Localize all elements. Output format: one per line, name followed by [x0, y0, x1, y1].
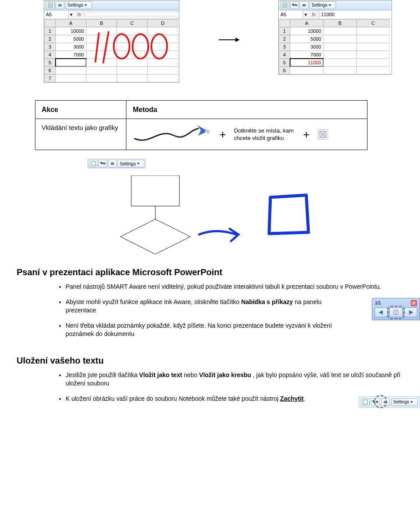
chevron-down-icon	[329, 4, 331, 6]
table-cell-method: + Dotkněte se místa, kam chcete vložit g…	[126, 119, 368, 150]
aware-toolbar-left: Settings	[44, 0, 179, 10]
row-header: 6	[279, 66, 290, 74]
settings-button[interactable]: Settings	[391, 398, 418, 406]
settings-button[interactable]: Settings	[65, 1, 92, 9]
cell[interactable]: 5000	[56, 35, 86, 43]
col-header: C	[357, 19, 390, 27]
fx-label: fx	[308, 11, 319, 18]
row-header: 6	[44, 66, 56, 74]
capture-button[interactable]	[381, 398, 390, 406]
row-header: 4	[44, 51, 56, 59]
formula-bar: A5 ▾ fx	[44, 10, 179, 19]
bullet-item: Panel nástrojů SMART Aware není viditeln…	[66, 283, 402, 291]
toolbar-button[interactable]	[46, 1, 55, 9]
toolbar-button[interactable]: ✎N	[290, 1, 299, 9]
col-header: A	[56, 19, 86, 27]
col-header: B	[323, 19, 357, 27]
cell-grid[interactable]: A B C 110000 25000 33000 47000 511000 6	[279, 19, 392, 74]
svg-rect-8	[205, 129, 210, 134]
toolbar-button[interactable]	[89, 160, 98, 168]
chevron-down-icon	[137, 163, 140, 164]
toolbar-button[interactable]: ✎N	[98, 160, 107, 168]
section-title-save: Uložení vašeho textu	[17, 355, 420, 367]
settings-button[interactable]: Settings	[309, 1, 336, 9]
flowchart-shapes	[114, 175, 245, 254]
toolbar-button[interactable]	[108, 160, 117, 168]
toolbar-button[interactable]	[280, 1, 289, 9]
svg-rect-22	[384, 401, 387, 403]
fx-label: fx	[74, 11, 84, 18]
menu-button[interactable]	[389, 308, 402, 317]
cell[interactable]: 5000	[290, 35, 323, 43]
row-header: 5	[44, 59, 56, 66]
plus-icon: +	[219, 127, 226, 142]
row-header: 4	[279, 51, 290, 59]
bullet-item: Jestliže jste použili tlačítka Vložit ja…	[66, 371, 402, 388]
toolbar-button[interactable]	[56, 1, 64, 9]
row-header: 2	[44, 35, 56, 43]
toolbar-button[interactable]	[361, 398, 370, 406]
bullet-list: K uložení obrázku vaší práce do souboru …	[48, 395, 352, 410]
bullet-item: Abyste mohli využít funkce aplikace Ink …	[66, 298, 346, 315]
formula-bar: A5 ▾ fx 11000	[279, 10, 392, 19]
slideshow-toolbar: 1/1 ✕	[372, 298, 420, 320]
table-header-method: Metoda	[126, 100, 368, 119]
bullet-item: K uložení obrázku vaší práce do souboru …	[66, 395, 352, 403]
svg-rect-11	[111, 162, 114, 165]
cell[interactable]: 10000	[56, 27, 86, 35]
bullet-list: Panel nástrojů SMART Aware není viditeln…	[48, 283, 402, 291]
selected-cell[interactable]	[56, 59, 86, 66]
toolbar-button[interactable]: ✎N	[371, 398, 380, 406]
close-icon[interactable]: ✕	[411, 300, 417, 306]
cell-grid[interactable]: A B C D 110000 25000 33000 47000 5 6 7	[44, 19, 179, 82]
cell[interactable]: 3000	[56, 43, 86, 51]
table-header-action: Akce	[35, 100, 126, 119]
plus-icon: +	[303, 127, 310, 142]
cell[interactable]: 7000	[56, 51, 86, 59]
selected-cell[interactable]: 11000	[290, 59, 323, 66]
row-header: 5	[279, 59, 290, 66]
svg-rect-1	[58, 4, 62, 7]
svg-rect-10	[91, 161, 95, 166]
settings-label: Settings	[67, 2, 83, 8]
bullet-list: Abyste mohli využít funkce aplikace Ink …	[48, 298, 346, 345]
formula-value[interactable]: 11000	[319, 10, 392, 19]
section-title-powerpoint: Psaní v prezentaci aplikace Microsoft Po…	[17, 266, 420, 278]
toolbar-button[interactable]	[300, 1, 308, 9]
action-method-table: Akce Metoda Vkládání textu jako grafiky …	[35, 100, 368, 150]
cell[interactable]: 7000	[290, 51, 323, 59]
bullet-list: Jestliže jste použili tlačítka Vložit ja…	[48, 371, 402, 388]
cell[interactable]: 10000	[290, 27, 323, 35]
chevron-down-icon	[410, 401, 413, 403]
bullet-item: Není třeba vkládat poznámky pokaždé, kdy…	[66, 322, 346, 338]
capture-row: K uložení obrázku vaší práce do souboru …	[48, 395, 420, 410]
formula-value[interactable]	[84, 14, 179, 15]
row-header: 2	[279, 35, 290, 43]
scribble-icon	[133, 123, 211, 145]
ink-square-icon	[262, 189, 315, 241]
insert-graphic-icon[interactable]	[318, 129, 328, 140]
prev-slide-button[interactable]	[374, 308, 388, 317]
next-slide-button[interactable]	[404, 308, 417, 317]
col-header: A	[290, 19, 323, 27]
row-header: 1	[279, 27, 290, 35]
arrow-right-icon	[219, 39, 239, 40]
col-header: C	[117, 19, 147, 27]
svg-rect-12	[131, 175, 179, 206]
spreadsheet-left: Settings A5 ▾ fx A B C D 110000 25000 33…	[44, 0, 179, 83]
chevron-down-icon	[84, 4, 87, 6]
settings-label: Settings	[312, 2, 327, 8]
row-header: 3	[44, 43, 56, 51]
spreadsheet-right: ✎N Settings A5 ▾ fx 11000 A B C 110000 2…	[278, 0, 392, 75]
svg-rect-21	[363, 400, 368, 404]
cell-reference[interactable]: A5	[44, 10, 69, 19]
slide-counter: 1/1	[375, 300, 381, 306]
cell-reference[interactable]: A5	[279, 10, 303, 19]
svg-marker-15	[378, 310, 383, 315]
settings-button[interactable]: Settings	[118, 160, 144, 168]
flowchart-diagram	[114, 175, 420, 254]
method-text: Dotkněte se místa, kam chcete vložit gra…	[234, 127, 295, 142]
capture-toolbar: ✎N Settings	[359, 396, 420, 408]
cell[interactable]: 3000	[290, 43, 323, 51]
row-header: 3	[279, 43, 290, 51]
